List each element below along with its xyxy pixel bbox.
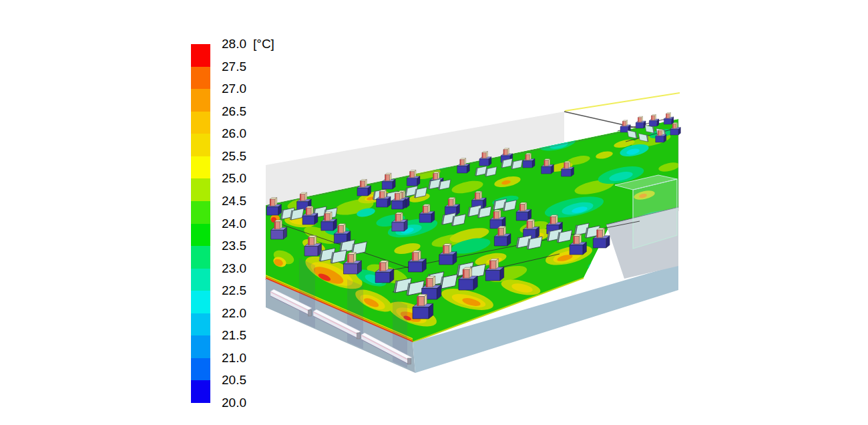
- scene-svg: [0, 0, 868, 425]
- contour-blob: [596, 260, 615, 271]
- cfd-3d-viewport[interactable]: [0, 0, 868, 425]
- window-mullion-shadow: [299, 259, 315, 328]
- cfd-post-canvas: 28.027.527.026.526.025.525.024.524.023.5…: [0, 0, 868, 425]
- ceiling-edge-line: [565, 93, 680, 111]
- person-figure: [664, 113, 674, 124]
- person-figure: [636, 116, 646, 128]
- heater-connector: [357, 333, 361, 339]
- heater-connector: [308, 310, 312, 316]
- person-figure: [649, 114, 659, 126]
- window-mullion-shadow: [347, 279, 363, 349]
- heater-connector: [408, 358, 411, 364]
